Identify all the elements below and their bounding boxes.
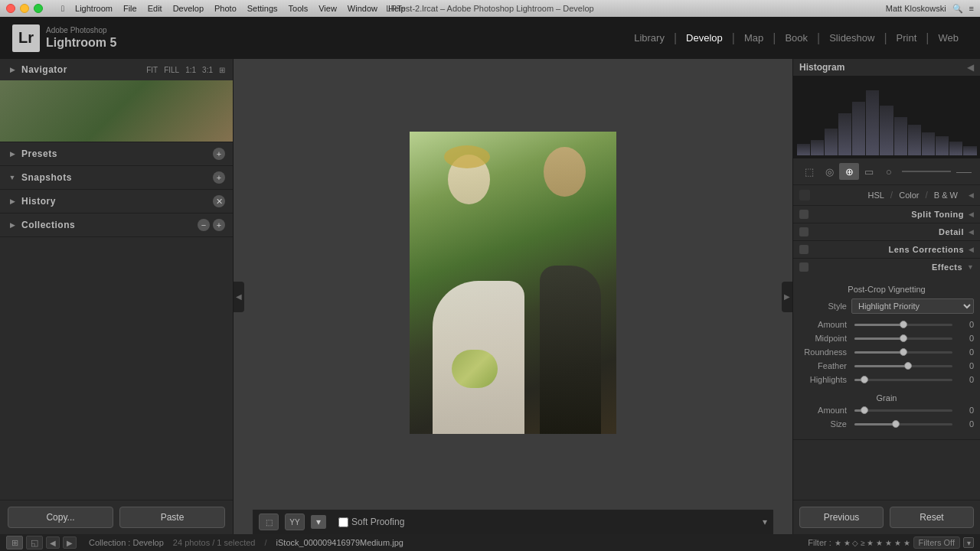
split-toning-header[interactable]: Split Toning ◀ bbox=[793, 206, 980, 223]
collections-add-button[interactable]: + bbox=[213, 219, 225, 231]
soft-proofing-label: Soft Proofing bbox=[351, 517, 404, 527]
soft-proofing-checkbox[interactable] bbox=[338, 517, 348, 527]
presets-header[interactable]: ▶ Presets + bbox=[0, 142, 233, 165]
search-icon[interactable]: 🔍 bbox=[952, 4, 963, 14]
crop-tool[interactable]: ⬚ bbox=[799, 163, 819, 180]
zoom-1-1-button[interactable]: 1:1 bbox=[185, 66, 196, 74]
collections-header[interactable]: ▶ Collections − + bbox=[0, 214, 233, 236]
roundness-thumb[interactable] bbox=[900, 348, 907, 356]
color-tab[interactable]: Color bbox=[896, 189, 922, 201]
grain-size-thumb[interactable] bbox=[892, 420, 900, 428]
grid-view-button[interactable]: ⊞ bbox=[6, 536, 23, 549]
snapshots-arrow: ▼ bbox=[8, 173, 17, 182]
feather-thumb[interactable] bbox=[904, 362, 912, 370]
lightroom-menu[interactable]: Lightroom bbox=[75, 4, 113, 13]
right-panel-toggle[interactable]: ▶ bbox=[782, 282, 792, 312]
grain-size-track[interactable] bbox=[854, 423, 952, 425]
window-controls[interactable] bbox=[6, 4, 43, 13]
history-header[interactable]: ▶ History ✕ bbox=[0, 190, 233, 213]
presets-add-button[interactable]: + bbox=[213, 148, 225, 160]
radial-filter-tool[interactable]: ○ bbox=[879, 163, 899, 180]
grain-amount-thumb[interactable] bbox=[861, 406, 868, 414]
effects-header[interactable]: Effects ▼ bbox=[793, 259, 980, 276]
module-library[interactable]: Library bbox=[625, 17, 674, 59]
filter-star-icons[interactable]: ★ ★ ◇ ≥ ★ ★ ★ ★ ★ bbox=[835, 539, 910, 547]
window-menu[interactable]: Window bbox=[348, 4, 377, 13]
snapshots-add-button[interactable]: + bbox=[213, 171, 225, 184]
copy-button[interactable]: Copy... bbox=[8, 507, 113, 528]
page-forward-button[interactable]: ▶ bbox=[63, 536, 77, 549]
amount-track[interactable] bbox=[854, 324, 952, 326]
detail-toggle[interactable] bbox=[799, 227, 808, 236]
crop-overlay-button[interactable]: ⬚ bbox=[259, 514, 279, 530]
filter-label: Filter : bbox=[808, 538, 831, 547]
photo-menu[interactable]: Photo bbox=[214, 4, 237, 13]
graduated-filter-tool[interactable]: ▭ bbox=[859, 163, 879, 180]
fit-button[interactable]: FIT bbox=[146, 66, 158, 74]
soft-proofing-toggle[interactable]: Soft Proofing bbox=[338, 517, 404, 527]
effects-toggle[interactable] bbox=[799, 262, 808, 272]
navigator-header[interactable]: ▶ Navigator FIT FILL 1:1 3:1 ⊞ bbox=[0, 59, 233, 80]
minimize-button[interactable] bbox=[20, 4, 29, 13]
filters-off-button[interactable]: Filters Off bbox=[913, 536, 960, 549]
snapshots-header[interactable]: ▼ Snapshots + bbox=[0, 166, 233, 189]
grid-button[interactable]: YY bbox=[285, 514, 305, 530]
highlights-track[interactable] bbox=[854, 379, 952, 381]
module-book[interactable]: Book bbox=[776, 17, 817, 59]
highlights-thumb[interactable] bbox=[861, 376, 868, 383]
split-toning-toggle[interactable] bbox=[799, 210, 808, 219]
split-toning-title: Split Toning bbox=[911, 210, 964, 219]
spot-removal-tool[interactable]: ◎ bbox=[819, 163, 839, 180]
detail-header[interactable]: Detail ◀ bbox=[793, 223, 980, 240]
lens-corrections-header[interactable]: Lens Corrections ◀ bbox=[793, 241, 980, 258]
navigator-collapse-icon[interactable]: ⊞ bbox=[219, 66, 225, 74]
hsl-tab[interactable]: HSL bbox=[864, 189, 887, 201]
module-slideshow[interactable]: Slideshow bbox=[820, 17, 884, 59]
collections-remove-button[interactable]: − bbox=[198, 219, 210, 231]
reset-button[interactable]: Reset bbox=[890, 507, 974, 528]
settings-menu[interactable]: Settings bbox=[247, 4, 278, 13]
lens-corrections-toggle[interactable] bbox=[799, 245, 808, 254]
develop-menu[interactable]: Develop bbox=[173, 4, 204, 13]
edit-menu[interactable]: Edit bbox=[148, 4, 162, 13]
close-button[interactable] bbox=[6, 4, 15, 13]
module-web[interactable]: Web bbox=[929, 17, 969, 59]
file-menu[interactable]: File bbox=[123, 4, 137, 13]
module-nav: Library | Develop | Map | Book | Slidesh… bbox=[625, 17, 968, 59]
hsl-collapse-icon[interactable]: ◀ bbox=[969, 191, 974, 199]
histogram-collapse-icon[interactable]: ◀ bbox=[967, 62, 974, 73]
previous-button[interactable]: Previous bbox=[799, 507, 884, 528]
module-develop[interactable]: Develop bbox=[677, 17, 732, 59]
main-photo[interactable] bbox=[410, 132, 616, 434]
filter-expand-button[interactable]: ▾ bbox=[963, 537, 974, 548]
feather-track[interactable] bbox=[854, 365, 952, 367]
fill-button[interactable]: FILL bbox=[164, 66, 179, 74]
auto-tone-button[interactable]: —— bbox=[954, 163, 974, 180]
history-close-button[interactable]: ✕ bbox=[213, 195, 225, 207]
view-menu[interactable]: View bbox=[318, 4, 337, 13]
module-map[interactable]: Map bbox=[735, 17, 773, 59]
grid-options-button[interactable]: ▾ bbox=[311, 515, 326, 529]
grain-amount-track[interactable] bbox=[854, 409, 952, 412]
midpoint-thumb[interactable] bbox=[900, 334, 907, 342]
hist-bar bbox=[866, 90, 879, 155]
maximize-button[interactable] bbox=[34, 4, 43, 13]
module-print[interactable]: Print bbox=[887, 17, 926, 59]
zoom-3-1-button[interactable]: 3:1 bbox=[202, 66, 213, 74]
tool-divider bbox=[902, 171, 951, 172]
red-eye-tool[interactable]: ⊕ bbox=[839, 163, 859, 180]
paste-button[interactable]: Paste bbox=[119, 507, 225, 528]
page-back-button[interactable]: ◀ bbox=[46, 536, 60, 549]
detail-title: Detail bbox=[939, 227, 964, 236]
tools-menu[interactable]: Tools bbox=[289, 4, 309, 13]
amount-thumb[interactable] bbox=[900, 321, 907, 328]
midpoint-track[interactable] bbox=[854, 337, 952, 340]
menu-icon[interactable]: ≡ bbox=[969, 4, 974, 13]
style-select[interactable]: Highlight Priority bbox=[851, 298, 974, 314]
apple-menu[interactable]:  bbox=[61, 4, 64, 13]
toolbar-expand-button[interactable]: ▾ bbox=[763, 517, 767, 527]
hist-bar bbox=[908, 125, 921, 155]
roundness-track[interactable] bbox=[854, 351, 952, 354]
loupe-view-button[interactable]: ◱ bbox=[26, 536, 43, 549]
bw-tab[interactable]: B & W bbox=[931, 189, 961, 201]
